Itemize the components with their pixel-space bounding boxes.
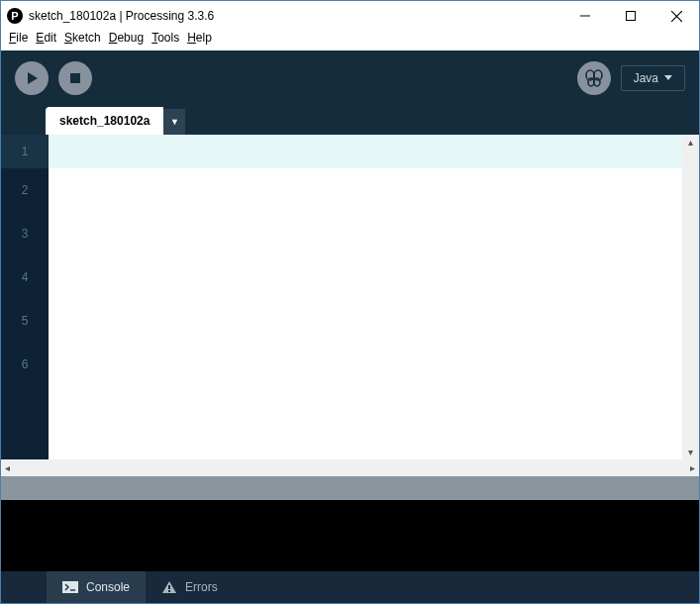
- svg-rect-5: [70, 73, 80, 83]
- play-icon: [25, 71, 39, 85]
- errors-tab[interactable]: Errors: [146, 571, 234, 603]
- menu-sketch[interactable]: Sketch: [60, 31, 105, 50]
- processing-app-icon: P: [7, 8, 23, 24]
- menu-help[interactable]: Help: [183, 31, 216, 50]
- stop-icon: [69, 72, 81, 84]
- code-editor[interactable]: [49, 135, 682, 459]
- line-number: 4: [1, 255, 49, 299]
- menu-debug[interactable]: Debug: [105, 31, 148, 50]
- maximize-button[interactable]: [608, 1, 653, 31]
- menu-tools[interactable]: Tools: [148, 31, 183, 50]
- toolbar: Java: [1, 50, 699, 105]
- console-tab[interactable]: Console: [47, 571, 146, 603]
- butterfly-icon: [584, 68, 604, 88]
- scroll-up-icon: ▴: [688, 137, 693, 148]
- scroll-left-icon: ◂: [5, 462, 10, 473]
- current-line-highlight: [49, 135, 682, 168]
- chevron-down-icon: [664, 75, 672, 80]
- svg-rect-13: [168, 585, 170, 589]
- titlebar: P sketch_180102a | Processing 3.3.6: [1, 1, 699, 31]
- tab-dropdown[interactable]: ▼: [163, 109, 185, 135]
- svg-rect-14: [168, 590, 170, 592]
- sketch-tab[interactable]: sketch_180102a: [46, 107, 163, 135]
- line-number: 3: [1, 212, 49, 255]
- errors-tab-label: Errors: [185, 580, 218, 594]
- statusbar: [1, 476, 699, 500]
- horizontal-scrollbar[interactable]: ◂ ▸: [1, 459, 699, 476]
- svg-marker-4: [28, 72, 38, 84]
- code-body: [49, 168, 682, 459]
- vertical-scrollbar[interactable]: ▴ ▾: [682, 135, 699, 459]
- menu-file[interactable]: File: [5, 31, 32, 50]
- window-title: sketch_180102a | Processing 3.3.6: [29, 9, 562, 23]
- scroll-down-icon: ▾: [688, 447, 693, 457]
- close-button[interactable]: [653, 1, 699, 31]
- stop-button[interactable]: [58, 61, 92, 95]
- svg-rect-1: [627, 12, 636, 21]
- warning-icon: [161, 580, 177, 594]
- line-number: 5: [1, 299, 49, 343]
- mode-selector[interactable]: Java: [621, 65, 685, 91]
- console-output: [1, 500, 699, 571]
- console-icon: [62, 581, 78, 593]
- menubar: File Edit Sketch Debug Tools Help: [1, 31, 699, 50]
- debugger-button[interactable]: [577, 61, 611, 95]
- line-number: 2: [1, 168, 49, 212]
- editor-area: 1 2 3 4 5 6 ▴ ▾: [1, 135, 699, 459]
- bottom-tabstrip: Console Errors: [1, 571, 699, 603]
- line-gutter: 1 2 3 4 5 6: [1, 135, 49, 459]
- scroll-right-icon: ▸: [690, 462, 695, 473]
- menu-edit[interactable]: Edit: [32, 31, 60, 50]
- line-number: 6: [1, 343, 49, 386]
- mode-label: Java: [634, 71, 658, 85]
- line-number: 1: [1, 135, 49, 168]
- console-tab-label: Console: [86, 580, 130, 594]
- svg-rect-10: [62, 581, 78, 593]
- run-button[interactable]: [15, 61, 49, 95]
- tabstrip: sketch_180102a ▼: [1, 105, 699, 135]
- minimize-button[interactable]: [562, 1, 608, 31]
